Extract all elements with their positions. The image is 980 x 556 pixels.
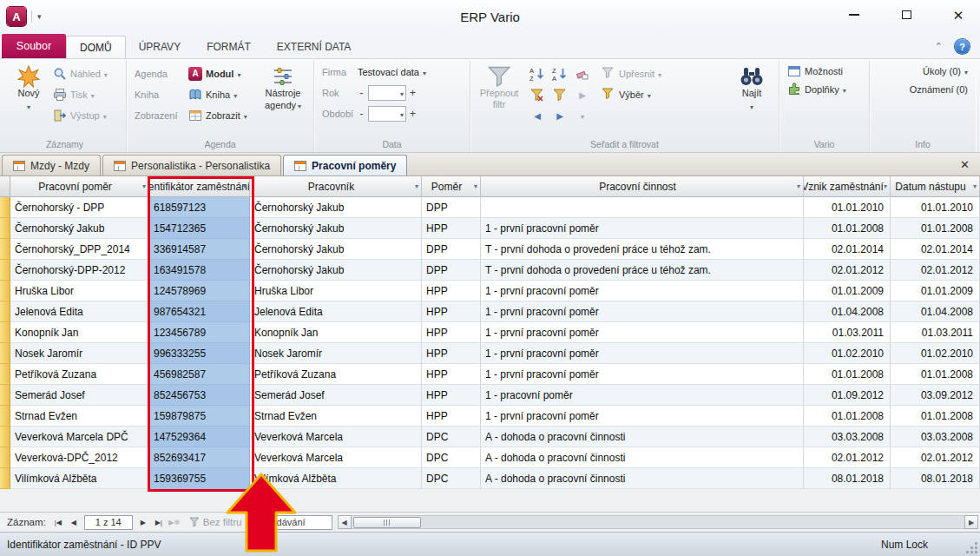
select-all-corner[interactable] [0, 176, 10, 197]
previous-record-button[interactable]: ◀ [66, 515, 82, 530]
table-cell[interactable]: HPP [422, 322, 481, 343]
filter-clear-button[interactable] [527, 85, 548, 104]
table-cell[interactable]: DPP [422, 260, 481, 281]
table-cell[interactable]: 123456789 [149, 322, 250, 343]
selection-filter-button[interactable]: Výběr [598, 85, 673, 103]
record-selector[interactable] [0, 343, 10, 364]
table-cell[interactable]: 996333255 [149, 343, 250, 364]
table-cell[interactable]: Semerád Josef [10, 385, 149, 406]
table-cell[interactable]: 1 - první pracovní poměr [481, 343, 804, 364]
resize-grip[interactable] [966, 542, 977, 553]
table-cell[interactable]: 01.03.2011 [804, 322, 891, 343]
table-cell[interactable]: DPC [422, 468, 481, 489]
modul-button[interactable]: A Modul [185, 64, 258, 83]
scrollbar-track[interactable] [352, 515, 965, 529]
table-cell[interactable]: Jelenová Edita [250, 301, 422, 322]
table-cell[interactable]: T - první dohoda o provedení práce u téh… [481, 260, 804, 281]
next-button[interactable]: ▶ [549, 106, 570, 125]
find-button[interactable]: Najít [729, 62, 774, 114]
firma-combo[interactable]: Testovací data [355, 63, 429, 82]
table-cell[interactable]: 1 - pracovní poměr [481, 385, 804, 406]
table-cell[interactable]: Strnad Evžen [250, 406, 422, 427]
table-cell[interactable]: DPP [422, 239, 481, 260]
filter-apply-button[interactable] [549, 85, 570, 104]
table-cell[interactable]: HPP [422, 301, 481, 322]
table-cell[interactable]: HPP [422, 281, 481, 301]
obdobi-plus-button[interactable]: + [406, 107, 419, 122]
new-record-nav-button[interactable]: ▶✻ [167, 515, 182, 530]
table-cell[interactable]: 01.01.2010 [804, 197, 891, 218]
table-cell[interactable]: 01.04.2008 [891, 301, 980, 322]
table-cell[interactable]: DPC [422, 447, 481, 468]
last-record-button[interactable]: ▶| [151, 515, 167, 530]
table-cell[interactable]: 163491578 [149, 260, 250, 281]
scrollbar-thumb[interactable] [353, 517, 421, 528]
close-document-icon[interactable]: ✕ [951, 158, 978, 171]
table-cell[interactable]: 03.03.2008 [804, 427, 891, 447]
table-cell[interactable]: 02.01.2012 [891, 447, 980, 468]
doc-tab-mzdy[interactable]: Mzdy - Mzdy [2, 155, 101, 175]
table-cell[interactable]: Vilímková Alžběta [250, 468, 422, 489]
record-position-input[interactable]: 1 z 14 [84, 515, 133, 530]
table-cell[interactable]: A - dohoda o pracovní činnosti [481, 447, 804, 468]
table-cell[interactable]: Veverková Marcela [250, 427, 422, 447]
table-cell[interactable]: Konopník Jan [10, 322, 149, 343]
print-button[interactable]: Tisk [49, 85, 111, 103]
obdobi-combo[interactable] [368, 106, 406, 122]
table-cell[interactable]: Nosek Jaromír [250, 343, 422, 364]
notifications-button[interactable]: Oznámení (0) [906, 80, 971, 98]
table-cell[interactable]: 01.01.2008 [891, 218, 980, 239]
filter-forward-button[interactable]: ▶ [572, 85, 593, 104]
table-cell[interactable]: Konopník Jan [250, 322, 422, 343]
record-selector[interactable] [0, 468, 10, 489]
record-selector[interactable] [0, 447, 10, 468]
table-cell[interactable]: 852693417 [149, 447, 250, 468]
table-cell[interactable]: 1 - první pracovní poměr [481, 281, 804, 301]
tab-soubor[interactable]: Soubor [2, 34, 66, 58]
table-cell[interactable]: 987654321 [149, 301, 250, 322]
record-selector[interactable] [0, 218, 10, 239]
table-cell[interactable]: 02.01.2014 [891, 239, 980, 260]
first-record-button[interactable]: |◀ [50, 515, 66, 530]
table-cell[interactable]: 01.01.2008 [804, 218, 891, 239]
previous-button[interactable]: ◀ [527, 106, 548, 125]
doc-tab-pracovni-pomery[interactable]: Pracovní poměry [283, 155, 407, 175]
table-cell[interactable]: 08.01.2018 [891, 468, 980, 489]
table-cell[interactable]: A - dohoda o pracovní činnosti [481, 427, 804, 447]
minimize-button[interactable] [841, 3, 867, 26]
table-cell[interactable]: 01.02.2010 [891, 343, 980, 364]
table-cell[interactable]: Veverková Marcela DPČ [10, 427, 149, 447]
table-cell[interactable]: 02.01.2012 [804, 260, 891, 281]
close-button[interactable]: ✕ [945, 3, 971, 26]
rok-minus-button[interactable]: - [355, 86, 368, 101]
table-cell[interactable]: 03.09.2012 [891, 385, 980, 406]
addons-button[interactable]: Doplňky [784, 80, 850, 98]
table-cell[interactable]: 01.03.2011 [891, 322, 980, 343]
table-cell[interactable]: Černohorský-DPP-2012 [10, 260, 149, 281]
table-cell[interactable]: Strnad Evžen [10, 406, 149, 427]
record-selector[interactable] [0, 239, 10, 260]
filter-dropdown-icon[interactable]: ▾ [243, 182, 247, 190]
table-cell[interactable]: 02.01.2012 [804, 447, 891, 468]
table-cell[interactable]: 159879875 [149, 406, 250, 427]
table-cell[interactable]: 159369755 [149, 468, 250, 489]
table-cell[interactable]: DPP [422, 197, 481, 218]
table-cell[interactable]: 1 - první pracovní poměr [481, 406, 804, 427]
filter-dropdown-icon[interactable]: ▾ [142, 182, 146, 190]
table-cell[interactable]: Černohorský Jakub [10, 218, 149, 239]
table-cell[interactable]: 336914587 [149, 239, 250, 260]
table-cell[interactable]: 01.01.2010 [891, 197, 980, 218]
doc-tab-personalistika[interactable]: Personalistika - Personalistika [102, 155, 281, 175]
rok-combo[interactable] [368, 85, 406, 101]
filter-dropdown-icon[interactable]: ▾ [797, 182, 800, 190]
filter-dropdown-icon[interactable]: ▾ [415, 182, 418, 190]
record-selector[interactable] [0, 385, 10, 406]
table-cell[interactable]: DPC [422, 427, 481, 447]
table-cell[interactable]: Černohorský Jakub [250, 239, 422, 260]
table-cell[interactable]: Černohorský Jakub [250, 260, 422, 281]
no-filter-button[interactable]: Bez filtru [189, 517, 242, 527]
filter-dropdown-icon[interactable]: ▾ [474, 182, 477, 190]
header-cell[interactable]: Pracovní činnost▾ [481, 176, 804, 197]
table-cell[interactable]: Veverková-DPČ_2012 [10, 447, 149, 468]
next-record-button[interactable]: ▶ [135, 515, 151, 530]
